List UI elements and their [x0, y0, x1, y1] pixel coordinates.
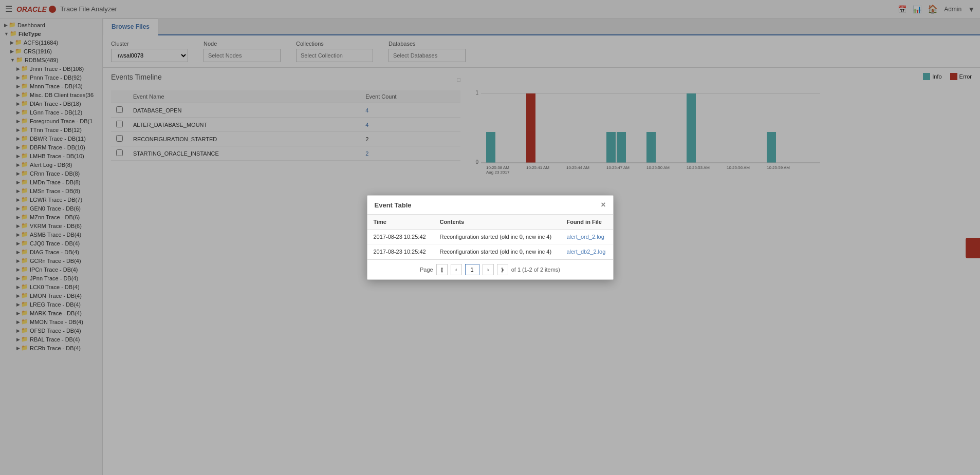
event-table-modal: Event Table × Time Contents Found in Fil…: [367, 195, 614, 280]
page-info: of 1 (1-2 of 2 items): [511, 267, 560, 273]
col-found-in-file: Found in File: [560, 215, 613, 230]
col-time: Time: [367, 215, 434, 230]
modal-close-button[interactable]: ×: [601, 201, 605, 209]
modal-table-row: 2017-08-23 10:25:42 Reconfiguration star…: [367, 230, 613, 244]
modal-title: Event Table: [375, 201, 412, 209]
last-page-button[interactable]: ⟫: [497, 264, 508, 275]
modal-overlay: Event Table × Time Contents Found in Fil…: [0, 0, 980, 475]
row-file-link[interactable]: alert_ord_2.log: [560, 230, 613, 244]
col-contents: Contents: [433, 215, 560, 230]
row-file-link[interactable]: alert_db2_2.log: [560, 244, 613, 259]
modal-footer: Page ⟪ ‹ › ⟫ of 1 (1-2 of 2 items): [367, 259, 613, 279]
modal-table-header-row: Time Contents Found in File: [367, 215, 613, 230]
next-page-button[interactable]: ›: [483, 264, 494, 275]
first-page-button[interactable]: ⟪: [436, 264, 448, 275]
page-label: Page: [420, 267, 433, 273]
modal-body: Time Contents Found in File 2017-08-23 1…: [367, 215, 613, 259]
row-contents: Reconfiguration started (old inc 0, new …: [433, 244, 560, 259]
prev-page-button[interactable]: ‹: [451, 264, 462, 275]
row-time: 2017-08-23 10:25:42: [367, 244, 434, 259]
page-input[interactable]: [465, 264, 479, 275]
modal-header: Event Table ×: [367, 196, 613, 215]
row-time: 2017-08-23 10:25:42: [367, 230, 434, 244]
modal-table: Time Contents Found in File 2017-08-23 1…: [367, 215, 613, 259]
row-contents: Reconfiguration started (old inc 0, new …: [433, 230, 560, 244]
modal-table-row: 2017-08-23 10:25:42 Reconfiguration star…: [367, 244, 613, 259]
